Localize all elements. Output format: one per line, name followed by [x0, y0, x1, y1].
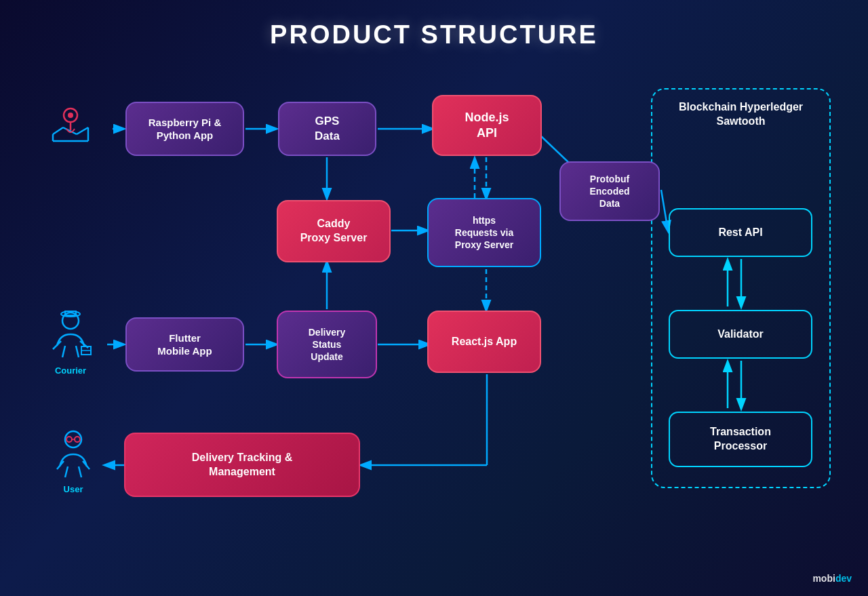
- location-icon-container: [46, 100, 95, 149]
- delivery-status-node: DeliveryStatusUpdate: [277, 311, 377, 378]
- svg-line-35: [62, 346, 65, 357]
- svg-line-46: [79, 466, 81, 477]
- svg-point-41: [75, 437, 80, 442]
- flutter-node: FlutterMobile App: [125, 317, 244, 372]
- validator-node: Validator: [669, 310, 812, 359]
- user-label: User: [64, 484, 83, 494]
- raspberry-pi-node: Raspberry Pi & Python App: [125, 102, 244, 156]
- blockchain-title: Blockchain Hyperledger Sawtooth: [663, 100, 818, 129]
- svg-line-22: [53, 127, 63, 134]
- svg-line-24: [77, 127, 88, 134]
- rest-api-node: Rest API: [669, 208, 812, 257]
- page-title: PRODUCT STRUCTURE: [0, 0, 868, 49]
- courier-label: Courier: [55, 365, 86, 376]
- svg-point-40: [66, 437, 72, 442]
- location-icon: [46, 100, 95, 149]
- transaction-processor-node: TransactionProcessor: [669, 412, 812, 467]
- courier-icon: [46, 309, 95, 363]
- gps-data-node: GPSData: [278, 102, 376, 156]
- user-icon: [49, 427, 98, 481]
- user-icon-container: User: [49, 427, 98, 494]
- caddy-proxy-node: CaddyProxy Server: [277, 200, 391, 262]
- protobuf-node: ProtobufEncodedData: [559, 161, 660, 221]
- courier-icon-container: Courier: [46, 309, 95, 376]
- svg-line-36: [76, 346, 79, 357]
- svg-line-45: [65, 466, 68, 477]
- nodejs-api-node: Node.jsAPI: [432, 95, 542, 156]
- svg-line-31: [53, 341, 61, 349]
- https-requests-node: httpsRequests viaProxy Server: [427, 198, 541, 267]
- delivery-tracking-node: Delivery Tracking &Management: [124, 433, 360, 497]
- mobidev-logo: mobidev: [812, 573, 852, 584]
- reactjs-node: React.js App: [427, 311, 541, 373]
- svg-point-28: [68, 113, 73, 118]
